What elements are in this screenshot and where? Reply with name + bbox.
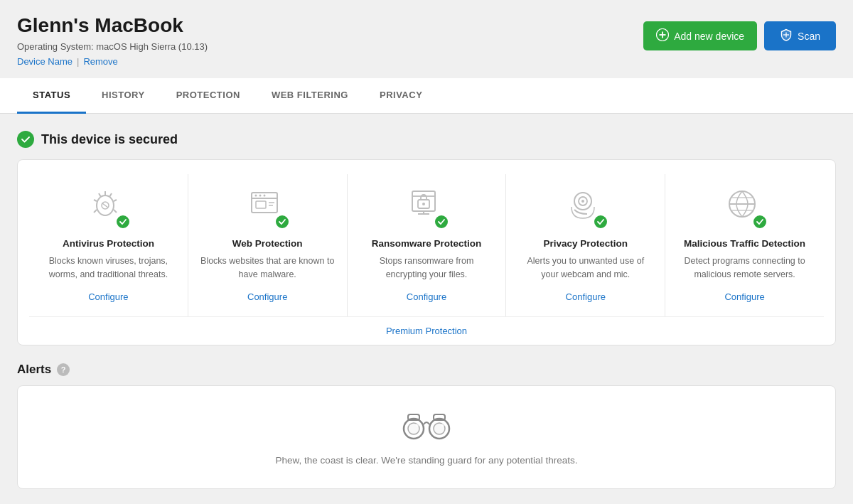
device-links: Device Name | Remove [17, 56, 208, 67]
web-title: Web Protection [200, 238, 336, 249]
alerts-box: Phew, the coast is clear. We're standing… [17, 385, 836, 489]
ransomware-configure-link[interactable]: Configure [359, 291, 495, 302]
malicious-title: Malicious Traffic Detection [677, 238, 812, 249]
antivirus-icon-wrap [87, 186, 129, 228]
svg-point-19 [264, 195, 266, 197]
shield-scan-icon [780, 28, 793, 43]
tab-web-filtering[interactable]: WEB FILTERING [256, 78, 364, 114]
svg-line-14 [102, 203, 108, 208]
malicious-desc: Detect programs connecting to malicious … [677, 254, 812, 282]
malicious-icon-wrap [724, 186, 766, 228]
secured-text: This device is secured [41, 132, 178, 147]
privacy-desc: Alerts you to unwanted use of your webca… [517, 254, 653, 282]
premium-protection-link[interactable]: Premium Protection [29, 316, 824, 345]
web-icon-wrap [246, 186, 289, 228]
alerts-empty-text: Phew, the coast is clear. We're standing… [276, 455, 578, 466]
malicious-configure-link[interactable]: Configure [677, 291, 812, 302]
protection-cards: Antivirus Protection Blocks known viruse… [29, 174, 824, 316]
ransomware-desc: Stops ransomware from encrypting your fi… [359, 254, 495, 282]
header-left: Glenn's MacBook Operating System: macOS … [17, 14, 208, 67]
scan-label: Scan [798, 31, 820, 42]
device-title: Glenn's MacBook [17, 14, 208, 37]
alerts-section: Alerts ? [17, 363, 836, 489]
svg-point-26 [422, 203, 425, 205]
alerts-title: Alerts [17, 363, 51, 377]
secured-banner: This device is secured [17, 131, 836, 148]
ransomware-title: Ransomware Protection [359, 238, 495, 249]
svg-line-11 [94, 210, 97, 213]
add-new-device-button[interactable]: Add new device [643, 21, 757, 50]
svg-point-43 [441, 423, 445, 427]
alerts-help-icon[interactable]: ? [57, 363, 70, 376]
header-right: Add new device Scan [643, 14, 836, 50]
malicious-check-badge [752, 214, 768, 230]
tab-protection[interactable]: PROTECTION [161, 78, 256, 114]
tab-status[interactable]: STATUS [17, 78, 86, 114]
ransomware-check-badge [434, 214, 449, 230]
tab-history[interactable]: HISTORY [86, 78, 161, 114]
svg-point-42 [416, 423, 419, 427]
svg-point-18 [259, 195, 262, 197]
svg-line-7 [99, 193, 101, 197]
web-desc: Blocks websites that are known to have m… [200, 254, 336, 282]
header: Glenn's MacBook Operating System: macOS … [0, 0, 853, 78]
privacy-configure-link[interactable]: Configure [517, 291, 653, 302]
svg-point-17 [255, 195, 257, 197]
page-wrapper: Glenn's MacBook Operating System: macOS … [0, 0, 853, 504]
svg-point-31 [581, 200, 584, 203]
svg-rect-20 [256, 201, 266, 208]
main-content: This device is secured [0, 114, 853, 504]
svg-line-12 [114, 210, 117, 213]
card-ransomware: Ransomware Protection Stops ransomware f… [348, 174, 507, 316]
privacy-icon-wrap [564, 186, 607, 228]
antivirus-desc: Blocks known viruses, trojans, worms, an… [41, 254, 176, 282]
privacy-check-badge [593, 214, 608, 230]
device-name-link[interactable]: Device Name [17, 56, 73, 67]
web-configure-link[interactable]: Configure [200, 291, 336, 302]
ransomware-icon-wrap [405, 186, 448, 228]
svg-line-8 [109, 193, 112, 197]
antivirus-title: Antivirus Protection [41, 238, 176, 249]
alerts-header: Alerts ? [17, 363, 836, 377]
card-malicious: Malicious Traffic Detection Detect progr… [665, 174, 824, 316]
secured-check-icon [17, 131, 34, 148]
web-check-badge [274, 214, 290, 230]
scan-button[interactable]: Scan [764, 21, 836, 50]
svg-line-10 [114, 200, 117, 201]
tabs-bar: STATUS HISTORY PROTECTION WEB FILTERING … [0, 78, 853, 114]
svg-line-9 [94, 200, 97, 201]
device-os: Operating System: macOS High Sierra (10.… [17, 41, 208, 52]
card-web: Web Protection Blocks websites that are … [188, 174, 348, 316]
tab-privacy[interactable]: PRIVACY [364, 78, 438, 114]
remove-link[interactable]: Remove [83, 56, 117, 67]
privacy-title: Privacy Protection [517, 238, 653, 249]
plus-circle-icon [656, 28, 669, 43]
antivirus-check-badge [115, 214, 131, 230]
binoculars-icon [401, 409, 452, 445]
card-privacy: Privacy Protection Alerts you to unwante… [506, 174, 665, 316]
antivirus-configure-link[interactable]: Configure [41, 291, 176, 302]
add-new-device-label: Add new device [674, 31, 744, 42]
protection-container: Antivirus Protection Blocks known viruse… [17, 159, 836, 345]
link-separator: | [77, 56, 79, 67]
card-antivirus: Antivirus Protection Blocks known viruse… [29, 174, 188, 316]
